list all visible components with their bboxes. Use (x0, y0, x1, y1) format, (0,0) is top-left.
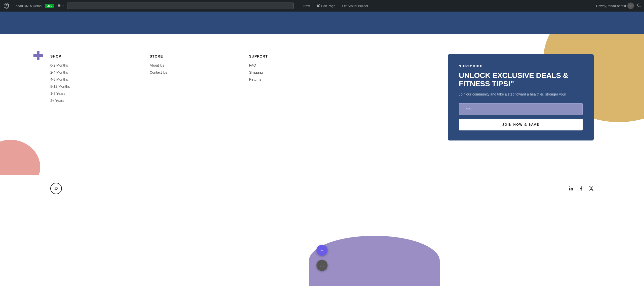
support-column: SUPPORT FAQ Shipping Returns (249, 54, 348, 140)
page-content: ✚ SHOP 0-2 Months 2-4 Months 4-8 Months … (0, 12, 644, 202)
footer-bottom: D (0, 175, 644, 202)
shop-link-0-2[interactable]: 0-2 Months (50, 63, 150, 67)
url-bar (67, 3, 294, 9)
admin-bar-left: Fahad Divi 5 Demo Live 0 New Edit Page E… (3, 2, 592, 9)
user-avatar: F (627, 3, 634, 9)
deco-purple-blob (309, 236, 440, 286)
deco-pink-blob (0, 140, 40, 175)
shop-link-8-12[interactable]: 8-12 Months (50, 84, 150, 88)
email-input[interactable] (459, 103, 583, 115)
live-badge: Live (45, 4, 54, 8)
svg-rect-1 (569, 188, 570, 190)
facebook-icon[interactable] (579, 186, 584, 191)
support-link-faq[interactable]: FAQ (249, 63, 348, 67)
divi-logo[interactable]: D (50, 183, 62, 194)
linkedin-icon[interactable] (569, 186, 574, 191)
howdy-user[interactable]: Howdy, fahad-hamid F (596, 3, 634, 9)
edit-page-button[interactable]: Edit Page (315, 3, 337, 9)
wordpress-logo[interactable] (3, 2, 10, 9)
store-link-about[interactable]: About Us (150, 63, 249, 67)
store-heading: STORE (150, 54, 249, 58)
svg-point-0 (637, 4, 640, 7)
subscribe-section-label: SUBSCRIBE (459, 64, 583, 68)
svg-point-2 (569, 186, 570, 187)
support-heading: SUPPORT (249, 54, 348, 58)
shop-link-2-4[interactable]: 2-4 Months (50, 70, 150, 74)
float-add-button[interactable]: + (316, 245, 328, 256)
join-now-button[interactable]: JOIN NOW & SAVE (459, 119, 583, 130)
store-column: STORE About Us Contact Us (150, 54, 249, 140)
subscribe-card: SUBSCRIBE UNLOCK EXCLUSIVE DEALS & FITNE… (448, 54, 594, 140)
support-link-returns[interactable]: Returns (249, 77, 348, 81)
float-menu-button[interactable]: ... (316, 260, 328, 271)
plus-decoration: ✚ (33, 49, 44, 62)
shop-link-2-plus-years[interactable]: 2+ Years (50, 99, 150, 103)
admin-bar: Fahad Divi 5 Demo Live 0 New Edit Page E… (0, 0, 644, 12)
admin-bar-right: Howdy, fahad-hamid F (596, 3, 641, 9)
footer-main: ✚ SHOP 0-2 Months 2-4 Months 4-8 Months … (0, 34, 644, 175)
social-icons (569, 186, 594, 191)
shop-link-1-2-years[interactable]: 1-2 Years (50, 91, 150, 96)
exit-visual-builder-button[interactable]: Exit Visual Builder (340, 3, 370, 9)
twitter-x-icon[interactable] (589, 186, 594, 191)
admin-search-icon[interactable] (637, 3, 641, 8)
spacer (348, 54, 448, 140)
header-band (0, 12, 644, 34)
shop-column: SHOP 0-2 Months 2-4 Months 4-8 Months 8-… (50, 54, 150, 140)
comments-count: 0 (62, 4, 64, 8)
shop-link-4-8[interactable]: 4-8 Months (50, 77, 150, 81)
subscribe-description: Join our community and take a step towar… (459, 92, 583, 97)
subscribe-title: UNLOCK EXCLUSIVE DEALS & FITNESS TIPS!" (459, 71, 583, 88)
support-link-shipping[interactable]: Shipping (249, 70, 348, 74)
url-input[interactable] (67, 3, 294, 9)
store-link-contact[interactable]: Contact Us (150, 70, 249, 74)
site-name[interactable]: Fahad Divi 5 Demo (14, 4, 42, 8)
comments-button[interactable]: 0 (57, 4, 64, 8)
footer-columns: SHOP 0-2 Months 2-4 Months 4-8 Months 8-… (50, 54, 594, 140)
shop-heading: SHOP (50, 54, 150, 58)
new-button[interactable]: New (297, 3, 311, 9)
